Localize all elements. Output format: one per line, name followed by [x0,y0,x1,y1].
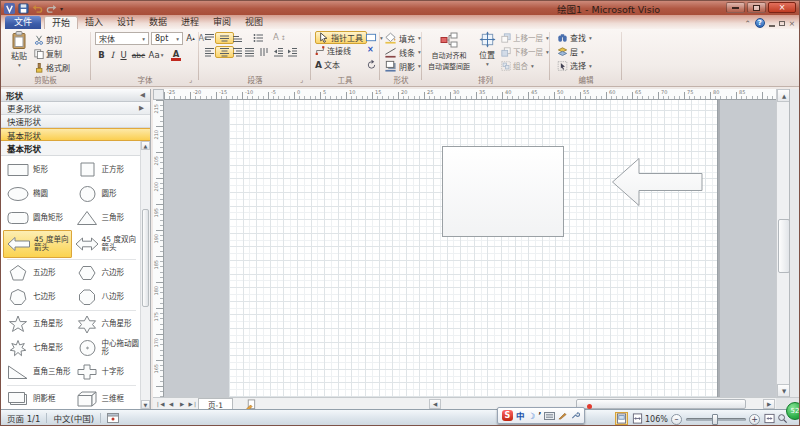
chinese-mode-icon[interactable]: 中 [516,411,525,421]
stencil-shape-ellipse[interactable]: 椭圆 [3,182,72,206]
first-page-button[interactable]: ❘◀ [155,399,165,409]
align-right-button[interactable] [232,47,243,57]
doc-minimize-icon[interactable] [769,25,775,27]
undo-icon[interactable] [32,3,43,14]
select-button[interactable]: 选择▾ [557,60,592,71]
tab-review[interactable]: 审阅 [206,16,238,29]
underline-button[interactable]: U [118,49,129,61]
stencil-shape-hexagon[interactable]: 六边形 [72,261,141,285]
handwriting-icon[interactable] [558,411,567,420]
toolbox-wrench-icon[interactable] [570,411,580,420]
tab-insert[interactable]: 插入 [78,16,110,29]
fit-page-to-window-icon[interactable] [764,413,775,424]
stencil-shape-45-single-arrow[interactable]: 45 度单向箭头 [3,230,72,258]
copy-button[interactable]: 复制 [34,48,62,59]
font-color-button[interactable]: A [168,49,184,61]
half-full-moon-icon[interactable]: ☽ [528,411,536,421]
format-painter-button[interactable]: 格式刷 [34,62,70,73]
scroll-left-icon[interactable]: ◀ [429,399,441,409]
connector-tool-button[interactable]: 连接线 [315,45,351,56]
pointer-tool-button[interactable]: 指针工具 [315,31,367,44]
qat-dropdown-icon[interactable]: ▾ [60,5,63,12]
tab-home[interactable]: 开始 [44,16,78,29]
stencil-shape-shadowed-box[interactable]: 阴影框 [3,387,72,411]
stencil-shape-triangle[interactable]: 三角形 [72,206,141,230]
align-bottom-button[interactable] [232,33,243,43]
last-page-button[interactable]: ▶❘ [188,399,198,409]
tab-process[interactable]: 进程 [174,16,206,29]
quick-shapes-item[interactable]: 快速形状 [1,115,150,128]
stencil-shape-cross[interactable]: 十字形 [72,360,141,384]
save-icon[interactable] [18,3,29,14]
grow-font-button[interactable]: A▴ [185,32,196,44]
align-top-button[interactable] [204,33,215,43]
next-page-button[interactable]: ▶ [177,399,187,409]
stencil-scrollbar[interactable]: ▲ ▼ [140,141,150,409]
stencil-shape-rounded-rectangle[interactable]: 圆角矩形 [3,206,72,230]
strikethrough-button[interactable]: abc [130,49,147,61]
close-button[interactable]: × [768,2,796,13]
visio-logo-icon[interactable] [4,3,15,14]
stencil-shape-heptagon[interactable]: 七边形 [3,285,72,309]
italic-button[interactable]: I [107,49,118,61]
more-shapes-item[interactable]: 更多形状 ▶ [1,102,150,115]
stencil-shape-45-double-arrow[interactable]: 45 度双向箭头 [72,230,141,258]
scroll-up-icon[interactable]: ▲ [141,141,150,150]
page-width-view-icon[interactable] [632,413,643,424]
stencil-shape-star7[interactable]: 七角星形 [3,336,72,360]
zoom-level[interactable]: 106% [645,415,668,424]
help-icon[interactable]: ? [755,18,765,28]
zoom-slider-thumb[interactable] [712,414,718,425]
canvas-left-arrow-shape[interactable] [612,158,703,206]
rectangle-tool-button[interactable]: ▾ [365,32,383,43]
decrease-indent-button[interactable] [273,47,284,57]
stencil-shape-circle[interactable]: 圆形 [72,182,141,206]
zoom-in-button[interactable]: + [749,414,760,425]
stencil-shape-star6[interactable]: 六角星形 [72,312,141,336]
status-language[interactable]: 中文(中国) [53,412,94,424]
shadow-button[interactable]: 阴影▾ [384,60,421,72]
stencil-shape-octagon[interactable]: 八边形 [72,285,141,309]
layers-button[interactable]: 层▾ [557,46,584,57]
text-tool-button[interactable]: A 文本 [315,59,340,70]
punctuation-icon[interactable]: ’ [538,411,541,421]
position-button[interactable]: 位置 ▾ [475,31,499,67]
input-method-language-bar[interactable]: S 中 ☽ ’ [497,407,585,424]
font-size-combo[interactable]: 8pt▾ [151,32,183,45]
stencil-shape-center-drag-circle[interactable]: 中心拖动圆形 [72,336,141,360]
text-direction-button[interactable] [258,47,269,57]
align-left-button[interactable] [204,47,215,57]
doc-restore-icon[interactable] [779,21,785,26]
rotate-tool-button[interactable] [366,59,377,70]
minimize-ribbon-icon[interactable]: ⌃ [744,19,750,28]
stencil-shape-star5[interactable]: 五角星形 [3,312,72,336]
basic-shapes-item[interactable]: 基本形状 [1,128,150,141]
stencil-shape-rectangle[interactable]: 矩形 [3,158,72,182]
change-case-button[interactable]: Aa▾ [148,49,164,61]
doc-close-icon[interactable]: × [789,19,795,28]
paste-button[interactable]: 粘贴 ▾ [6,31,32,68]
macro-record-icon[interactable] [107,413,119,423]
auto-align-space-button[interactable]: 自动对齐和 自动调整间距 [425,31,473,71]
connection-point-tool-button[interactable]: × [367,45,374,54]
stencil-scroll-thumb[interactable] [142,209,149,307]
canvas-rectangle-shape[interactable] [442,146,564,237]
scroll-right-icon[interactable]: ▶ [763,399,775,409]
h-scroll-thumb[interactable] [576,399,746,409]
whole-page-view-icon[interactable] [616,413,627,424]
cut-button[interactable]: 剪切 [34,34,62,45]
minimize-button[interactable] [726,2,745,13]
bullets-button[interactable] [253,33,264,43]
stencil-shape-3d-box[interactable]: 三维框 [72,387,141,411]
sogou-logo-icon[interactable]: S [502,410,513,421]
drawing-page[interactable] [229,100,718,397]
fill-button[interactable]: 填充▾ [384,32,421,44]
font-name-combo[interactable]: 宋体▾ [95,32,149,45]
increase-indent-button[interactable] [287,47,298,57]
tab-data[interactable]: 数据 [142,16,174,29]
prev-page-button[interactable]: ◀ [166,399,176,409]
stencil-shape-pentagon[interactable]: 五边形 [3,261,72,285]
scroll-down-icon[interactable]: ▼ [141,400,150,409]
zoom-out-button[interactable]: – [671,414,682,425]
stencil-shape-square[interactable]: 正方形 [72,158,141,182]
